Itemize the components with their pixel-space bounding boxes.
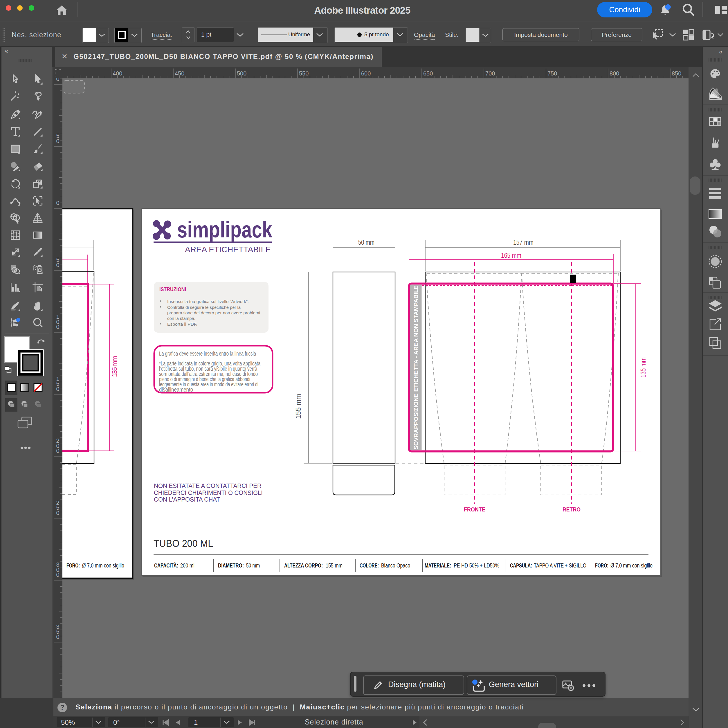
svg-text:157 mm: 157 mm [513,238,534,246]
svg-text:155 mm: 155 mm [326,562,343,569]
svg-text:Esporta il PDF.: Esporta il PDF. [167,322,197,327]
svg-text:Controlla di seguire le specif: Controlla di seguire le specifiche per l… [167,305,241,310]
svg-text:0: 0 [56,572,59,578]
svg-text:RETRO: RETRO [563,506,581,512]
svg-text:155 mm: 155 mm [294,394,302,419]
svg-text:0: 0 [56,448,59,454]
svg-text:CAPACITÀ:: CAPACITÀ: [154,562,178,569]
svg-text:0: 0 [56,324,59,330]
svg-text:0: 0 [56,138,59,144]
svg-text:disallineamento: disallineamento [159,386,193,393]
svg-text:TUBO 200 ML: TUBO 200 ML [154,538,213,549]
svg-text:con la stampa.: con la stampa. [167,316,195,321]
svg-text:AREA ETICHETTABILE: AREA ETICHETTABILE [185,245,271,254]
svg-text:SOVRAPPOSIZIONE ETICHETTA - AR: SOVRAPPOSIZIONE ETICHETTA - AREA NON STA… [413,285,419,450]
svg-text:500: 500 [237,70,246,76]
svg-text:FRONTE: FRONTE [464,506,485,512]
svg-text:800: 800 [610,70,619,76]
svg-text:0: 0 [56,78,59,82]
svg-text:0: 0 [56,262,59,268]
svg-text:650: 650 [423,70,433,76]
svg-text:0: 0 [56,510,59,516]
svg-text:ISTRUZIONI: ISTRUZIONI [159,286,186,292]
svg-text:simplipack: simplipack [177,217,272,242]
svg-text:850: 850 [672,70,681,76]
svg-text:«: « [719,48,723,55]
svg-text:135 mm: 135 mm [639,357,647,378]
svg-text:CAPSULA:: CAPSULA: [510,562,532,569]
svg-text:CON L’APPOSITA CHAT: CON L’APPOSITA CHAT [154,496,220,503]
svg-text:NON ESITATATE A CONTATTARCI PE: NON ESITATATE A CONTATTARCI PER [154,482,262,489]
svg-text:TAPPO A VITE + SIGILLO: TAPPO A VITE + SIGILLO [534,562,586,569]
svg-text:La grafica deve essere inserit: La grafica deve essere inserita entro la… [159,350,256,357]
svg-text:FORO:: FORO: [595,562,609,569]
svg-text:550: 550 [299,70,309,76]
svg-text:0: 0 [56,386,59,392]
svg-text:DIAMETRO:: DIAMETRO: [218,562,244,569]
svg-text:MATERIALE:: MATERIALE: [425,562,451,569]
svg-text:50 mm: 50 mm [246,562,260,569]
svg-text:PE HD 50% + LD50%: PE HD 50% + LD50% [454,562,499,569]
svg-text:165 mm: 165 mm [501,251,522,259]
svg-text:750: 750 [548,70,557,76]
svg-text:0: 0 [56,634,59,640]
svg-text:200 ml: 200 ml [180,562,194,569]
svg-text:600: 600 [361,70,371,76]
svg-text:Bianco Opaco: Bianco Opaco [381,562,410,569]
svg-text:ALTEZZA CORPO:: ALTEZZA CORPO: [284,562,323,569]
svg-text:450: 450 [175,70,184,76]
svg-text:Ø 7,0 mm con sigillo: Ø 7,0 mm con sigillo [610,562,653,569]
svg-text:FORO:: FORO: [66,562,80,569]
svg-text:700: 700 [485,70,495,76]
svg-text:400: 400 [113,70,122,76]
svg-text:♣: ♣ [710,154,721,174]
svg-text:0: 0 [56,200,59,206]
svg-text:CHIEDERCI CHIARIMENTI O CONSIG: CHIEDERCI CHIARIMENTI O CONSIGLI [154,489,263,496]
svg-text:Inserisci la tua grafica sul l: Inserisci la tua grafica sul livello “Ar… [167,299,249,304]
svg-text:50 mm: 50 mm [358,238,375,246]
svg-text:135 mm: 135 mm [110,356,118,377]
svg-text:Ø 7,0 mm con sigillo: Ø 7,0 mm con sigillo [82,562,124,569]
svg-text:COLORE:: COLORE: [359,562,379,569]
svg-text:preparazione del decoro per no: preparazione del decoro per non avere pr… [167,310,260,315]
